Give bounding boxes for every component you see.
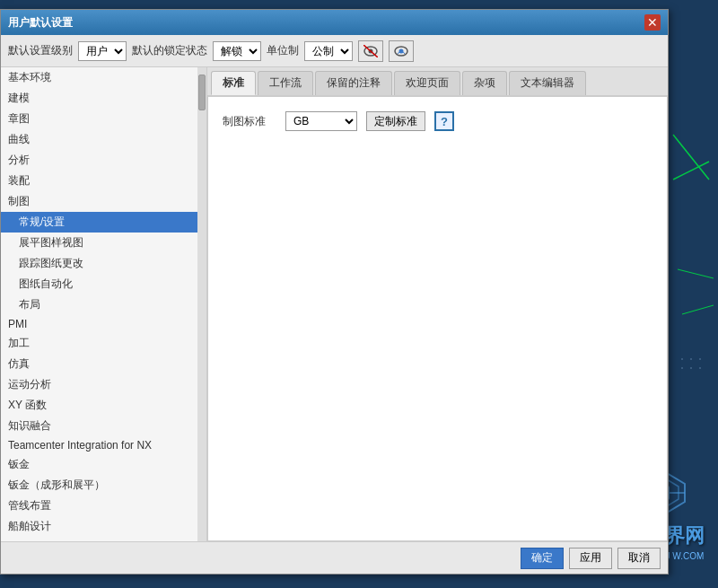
unit-label: 单位制 [267,43,299,58]
sidebar-item-pipe[interactable]: 管线布置 [1,496,197,516]
help-button[interactable]: ? [434,111,454,131]
sidebar-item-trace[interactable]: 跟踪图纸更改 [1,253,197,274]
sidebar-item-simulation[interactable]: 仿真 [1,354,197,374]
tab-notes[interactable]: 保留的注释 [315,71,392,95]
unit-select[interactable]: 公制 [304,41,353,61]
sidebar-item-motion[interactable]: 运动分析 [1,374,197,395]
eye-icon [363,45,378,57]
sidebar-item-machining[interactable]: 加工 [1,333,197,354]
svg-point-8 [690,367,692,369]
sidebar-item-build[interactable]: 建模 [1,88,197,109]
tab-text[interactable]: 文本编辑器 [509,71,586,95]
tab-workflow[interactable]: 工作流 [258,71,313,95]
main-content: 基本环境 建模 章图 曲线 分析 装配 制图 常规/设置 展平图样视图 跟踪图纸… [1,67,668,541]
tab-bar: 标准 工作流 保留的注释 欢迎页面 杂项 文本编辑器 [207,67,668,96]
svg-line-3 [682,305,714,314]
bottom-bar: 确定 应用 取消 [1,541,668,574]
sidebar-item-xy[interactable]: XY 函数 [1,395,197,416]
sidebar-item-basic[interactable]: 基本环境 [1,67,197,88]
sidebar-scrollbar-thumb[interactable] [198,75,206,110]
sidebar-item-analysis[interactable]: 分析 [1,150,197,171]
tab-content-standard: 制图标准 GB 定制标准 ? [207,96,668,541]
sidebar-item-drafting[interactable]: 制图 [1,191,197,212]
sidebar-item-teamcenter[interactable]: Teamcenter Integration for NX [1,436,197,454]
sidebar-item-drawing[interactable]: 章图 [1,109,197,129]
svg-point-4 [681,358,683,360]
svg-point-7 [681,367,683,369]
lock-label: 默认的锁定状态 [132,43,207,58]
sidebar-item-assembly[interactable]: 装配 [1,171,197,191]
lock-select[interactable]: 解锁 [213,41,261,61]
top-toolbar: 默认设置级别 用户 默认的锁定状态 解锁 单位制 公制 [1,35,668,67]
dialog-window: 用户默认设置 ✕ 默认设置级别 用户 默认的锁定状态 解锁 单位制 公制 [0,9,669,575]
sidebar-item-unfold[interactable]: 展平图样视图 [1,233,197,253]
svg-line-2 [678,269,714,278]
sidebar-content: 基本环境 建模 章图 曲线 分析 装配 制图 常规/设置 展平图样视图 跟踪图纸… [1,67,197,541]
tab-misc[interactable]: 杂项 [462,71,507,95]
tab-standard[interactable]: 标准 [211,71,256,95]
apply-button[interactable]: 应用 [569,548,612,569]
close-button[interactable]: ✕ [644,14,661,31]
svg-point-9 [699,367,701,369]
sidebar-item-sheetmetal[interactable]: 钣金 [1,454,197,475]
sidebar-item-pmi[interactable]: PMI [1,315,197,333]
cancel-button[interactable]: 取消 [617,548,661,569]
icon-btn-1[interactable] [358,40,383,62]
ok-button[interactable]: 确定 [521,548,564,569]
sidebar: 基本环境 建模 章图 曲线 分析 装配 制图 常规/设置 展平图样视图 跟踪图纸… [1,67,207,541]
eye2-icon [394,45,408,57]
title-bar: 用户默认设置 ✕ [1,10,668,35]
sidebar-item-knowledge[interactable]: 知识融合 [1,416,197,436]
svg-point-6 [699,358,701,360]
standard-form-row: 制图标准 GB 定制标准 ? [223,111,652,131]
right-panel: 标准 工作流 保留的注释 欢迎页面 杂项 文本编辑器 制图标准 GB 定制标准 … [207,67,668,541]
level-label: 默认设置级别 [8,43,73,58]
dialog-title: 用户默认设置 [8,15,73,31]
tab-welcome[interactable]: 欢迎页面 [394,71,460,95]
sidebar-item-automate[interactable]: 图纸自动化 [1,274,197,294]
sidebar-item-sheetmetal2[interactable]: 钣金（成形和展平） [1,475,197,496]
icon-btn-2[interactable] [389,40,414,62]
sidebar-scrollbar[interactable] [197,67,206,541]
svg-point-5 [690,358,692,360]
svg-line-1 [673,162,709,180]
customize-btn[interactable]: 定制标准 [366,111,425,131]
sidebar-item-normal[interactable]: 常规/设置 [1,212,197,233]
sidebar-item-shipdesign[interactable]: 船舶设计 [1,516,197,537]
standard-select[interactable]: GB [285,111,357,131]
sidebar-item-curve[interactable]: 曲线 [1,129,197,150]
standard-label: 制图标准 [223,114,276,129]
sidebar-item-shipdraft[interactable]: 船舶制图 [1,537,197,541]
svg-line-0 [673,135,709,180]
level-select[interactable]: 用户 [78,41,127,61]
sidebar-item-layout[interactable]: 布局 [1,294,197,315]
